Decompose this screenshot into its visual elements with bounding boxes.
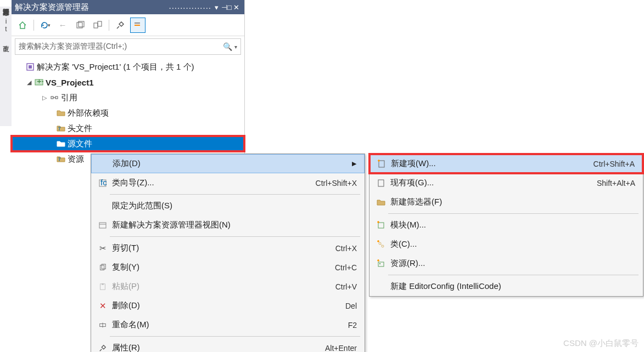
menu-label: 复制(Y) [112,262,335,272]
menu-delete[interactable]: ✕ 删除(D) Del [91,296,365,315]
paste-icon [96,283,110,291]
menu-separator [110,194,360,195]
submenu-existing-item[interactable]: 现有项(G)... Shift+Alt+A [369,173,643,192]
svg-rect-15 [99,223,106,228]
svg-rect-23 [379,161,384,167]
watermark-text: CSDN @小白鼠零号 [563,338,639,349]
toolbar-separator [109,20,109,31]
view-icon [96,221,110,230]
submenu-resource[interactable]: 资源(R)... [369,254,643,273]
search-icon[interactable]: 🔍 [223,42,232,51]
tree-project-node[interactable]: ◢ ++ VS_Project1 [12,75,244,90]
copy-icon [96,264,110,271]
submenu-class[interactable]: 类(C)... [369,235,643,254]
svg-text:fc: fc [100,179,107,187]
submenu-editorconfig[interactable]: 新建 EditorConfig (IntelliCode) [369,277,643,296]
back-button[interactable]: ← [55,18,70,33]
filter-folder-icon [55,124,66,133]
preview-button[interactable] [130,18,145,33]
vtab-git-changes[interactable]: Git 更改 [0,7,12,44]
panel-toolbar: ▾ ← [12,14,244,36]
resource-icon [374,259,388,268]
svg-rect-2 [94,23,98,28]
search-placeholder: 搜索解决方案资源管理器(Ctrl+;) [19,42,223,52]
context-menu: 添加(D) ▶ fc 类向导(Z)... Ctrl+Shift+X 限定为此范围… [91,154,365,352]
menu-label: 属性(R) [112,343,325,352]
vtab-solution-explorer[interactable]: 解决方案资源管理器 [0,0,12,7]
svg-rect-7 [29,65,32,69]
menu-shortcut: Ctrl+C [335,263,357,272]
svg-rect-11 [55,96,58,99]
search-box[interactable]: 搜索解决方案资源管理器(Ctrl+;) 🔍 ▾ [15,38,241,55]
svg-rect-30 [379,263,380,264]
menu-rename[interactable]: 重命名(M) F2 [91,315,365,334]
menu-new-view[interactable]: 新建解决方案资源管理器视图(N) [91,215,365,235]
menu-label: 新建筛选器(F) [390,197,635,207]
show-all-button[interactable] [72,18,88,33]
menu-class-wizard[interactable]: fc 类向导(Z)... Ctrl+Shift+X [91,173,365,192]
panel-pin-icon[interactable]: ⊣□ [221,3,231,12]
menu-scope[interactable]: 限定为此范围(S) [91,196,365,215]
rename-icon [96,321,110,329]
menu-label: 现有项(G)... [390,178,597,188]
submenu-new-item[interactable]: 新建项(W)... Ctrl+Shift+A [369,154,643,173]
menu-paste[interactable]: 粘贴(P) Ctrl+V [91,277,365,296]
menu-shortcut: Ctrl+X [335,244,357,253]
search-dropdown-icon[interactable]: ▾ [234,44,237,50]
submenu-arrow-icon: ▶ [352,160,356,167]
svg-rect-24 [378,180,384,186]
menu-copy[interactable]: 复制(Y) Ctrl+C [91,258,365,277]
menu-add[interactable]: 添加(D) ▶ [91,154,365,173]
tree-node-label: VS_Project1 [46,78,94,87]
project-icon: ++ [33,78,44,87]
tree-source-files-node[interactable]: 源文件 [12,136,244,151]
panel-dropdown-icon[interactable]: ▾ [211,3,221,12]
wrench-icon [96,344,110,352]
menu-properties[interactable]: 属性(R) Alt+Enter [91,338,365,352]
filter-folder-icon [55,139,66,148]
tree-node-label: 头文件 [68,123,92,134]
menu-label: 粘贴(P) [112,281,335,292]
properties-button[interactable] [113,18,128,33]
menu-shortcut: Alt+Enter [325,344,357,353]
menu-cut[interactable]: ✂ 剪切(T) Ctrl+X [91,239,365,258]
menu-label: 新建项(W)... [391,158,593,169]
wizard-icon: fc [96,179,110,188]
toolbar-separator [33,20,34,31]
menu-label: 新建解决方案资源管理器视图(N) [112,220,357,230]
collapse-icon[interactable]: ◢ [25,79,33,86]
existing-item-icon [374,179,388,188]
tree-node-label: 外部依赖项 [68,108,109,118]
panel-title-text: 解决方案资源管理器 [15,2,166,13]
svg-rect-5 [135,22,140,24]
submenu-new-filter[interactable]: 新建筛选器(F) [369,192,643,212]
solution-explorer-panel: 解决方案资源管理器 ∙∙∙∙∙∙∙∙∙∙∙∙∙∙∙ ▾ ⊣□ ✕ ▾ ← 搜索解… [12,0,245,172]
tree-solution-node[interactable]: 解决方案 'VS_Project1' (1 个项目，共 1 个) [12,59,244,75]
panel-close-icon[interactable]: ✕ [231,3,241,12]
menu-label: 限定为此范围(S) [112,201,357,211]
refresh-button[interactable]: ▾ [37,18,53,33]
new-item-icon [374,160,389,168]
tree-references-node[interactable]: ▷ 引用 [12,90,244,105]
home-button[interactable] [15,18,30,33]
menu-shortcut: F2 [348,321,357,330]
cut-icon: ✂ [96,243,110,253]
menu-shortcut: Ctrl+Shift+A [593,160,635,168]
panel-title-dots: ∙∙∙∙∙∙∙∙∙∙∙∙∙∙∙ [169,3,211,12]
svg-rect-3 [98,21,102,26]
menu-label: 添加(D) [113,158,348,169]
menu-label: 剪切(T) [112,243,335,253]
panel-titlebar[interactable]: 解决方案资源管理器 ∙∙∙∙∙∙∙∙∙∙∙∙∙∙∙ ▾ ⊣□ ✕ [12,0,244,14]
menu-label: 资源(R)... [390,258,635,269]
tree-node-label: 解决方案 'VS_Project1' (1 个项目，共 1 个) [37,62,194,72]
menu-separator [388,275,639,275]
class-icon [374,240,388,249]
tree-header-files-node[interactable]: 头文件 [12,121,244,136]
new-filter-icon [374,198,388,207]
submenu-module[interactable]: 模块(M)... [369,215,643,235]
menu-separator [110,336,360,337]
expand-icon[interactable]: ▷ [40,94,49,101]
svg-rect-29 [378,262,384,266]
tree-external-deps-node[interactable]: 外部依赖项 [12,105,244,121]
collapse-all-button[interactable] [90,18,105,33]
